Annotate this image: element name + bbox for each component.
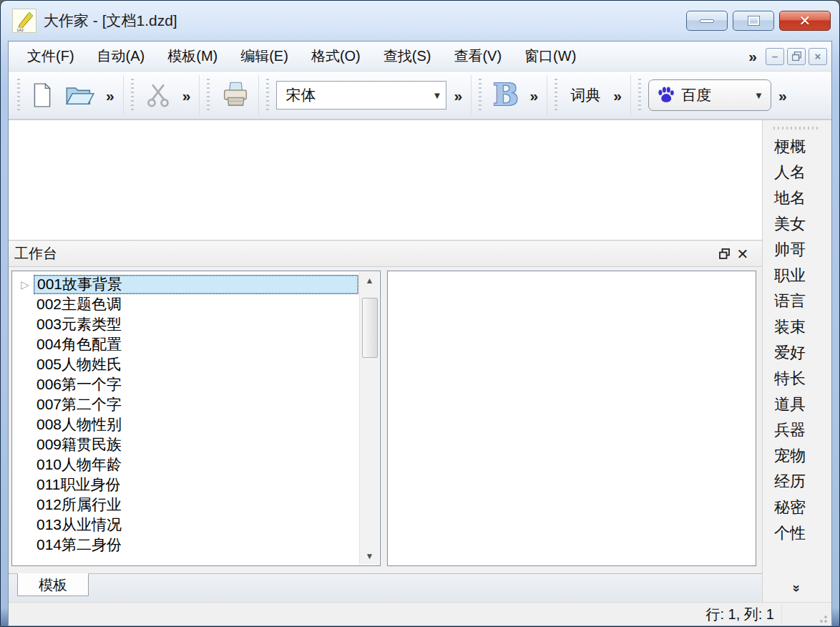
sidebar-item-experience[interactable]: 经历 <box>763 469 831 495</box>
font-select[interactable]: 宋体 ▼ <box>276 81 446 110</box>
sidebar-item-prop[interactable]: 道具 <box>763 392 831 417</box>
open-file-button[interactable] <box>60 81 99 110</box>
template-preview-panel[interactable] <box>387 271 756 566</box>
sidebar-item-person-name[interactable]: 人名 <box>763 160 831 185</box>
window-body: 文件(F) 自动(A) 模板(M) 编辑(E) 格式(O) 查找(S) 查看(V… <box>8 41 832 626</box>
mdi-close-button[interactable]: × <box>809 48 827 65</box>
tree-item[interactable]: 010人物年龄 <box>16 455 358 475</box>
toolbar-grip[interactable] <box>638 79 641 112</box>
menu-overflow-button[interactable]: » <box>744 49 761 64</box>
tree-item[interactable]: 008人物性别 <box>16 414 358 434</box>
bottom-tab-bar: 模板 <box>9 573 762 602</box>
sidebar-item-hobby[interactable]: 爱好 <box>763 340 831 366</box>
toolbar-grip[interactable] <box>479 79 482 112</box>
menu-item-template[interactable]: 模板(M) <box>156 42 229 70</box>
status-position: 行: 1, 列: 1 <box>698 605 781 624</box>
resize-grip[interactable] <box>814 610 830 626</box>
tree-item[interactable]: 011职业身份 <box>16 475 358 495</box>
menu-item-format[interactable]: 格式(O) <box>300 42 372 70</box>
print-icon <box>221 81 250 110</box>
sidebar-more-button[interactable]: » <box>789 585 805 593</box>
mdi-restore-button[interactable] <box>787 48 806 65</box>
restore-button[interactable] <box>733 11 774 31</box>
format-group-overflow-button[interactable]: » <box>526 88 543 103</box>
dictionary-button[interactable]: 词典 <box>565 81 606 110</box>
tree-item[interactable]: 006第一个字 <box>16 374 358 394</box>
new-document-icon <box>31 82 53 108</box>
bold-button[interactable]: B <box>489 79 523 112</box>
file-group-overflow-button[interactable]: » <box>102 88 119 103</box>
menu-item-auto[interactable]: 自动(A) <box>86 42 157 70</box>
toolbar-grip[interactable] <box>17 79 20 112</box>
sidebar-item-language[interactable]: 语言 <box>763 288 831 314</box>
chevron-down-icon: ▼ <box>754 90 763 101</box>
open-folder-icon <box>64 82 94 108</box>
sidebar-item-attire[interactable]: 装束 <box>763 314 831 340</box>
tree-item[interactable]: 003元素类型 <box>16 314 358 334</box>
tree-item[interactable]: 005人物姓氏 <box>16 354 358 374</box>
titlebar: LAJ 大作家 - [文档1.dzd] ✕ <box>1 1 839 41</box>
right-sidebar: 梗概 人名 地名 美女 帅哥 职业 语言 装束 爱好 特长 道具 兵器 宠物 经… <box>762 120 831 602</box>
scroll-up-icon[interactable]: ▲ <box>360 272 379 289</box>
svg-text:LAJ: LAJ <box>17 28 24 32</box>
dictionary-group-overflow-button[interactable]: » <box>609 88 626 103</box>
bold-icon: B <box>493 80 519 110</box>
sidebar-item-weapon[interactable]: 兵器 <box>763 417 831 443</box>
toolbar-grip[interactable] <box>266 79 269 112</box>
scrollbar-thumb[interactable] <box>362 298 378 358</box>
tree-item[interactable]: 014第二身份 <box>16 535 358 555</box>
print-button[interactable] <box>217 79 254 111</box>
tree-item[interactable]: 004角色配置 <box>16 334 358 354</box>
edit-group-overflow-button[interactable]: » <box>178 88 195 103</box>
menu-item-window[interactable]: 窗口(W) <box>513 42 587 70</box>
minimize-button[interactable] <box>686 11 728 31</box>
window-title: 大作家 - [文档1.dzd] <box>44 11 686 31</box>
toolbar-grip[interactable] <box>207 79 210 112</box>
search-group-overflow-button[interactable]: » <box>774 88 791 103</box>
template-tree[interactable]: ▷ 001故事背景 002主题色调 003元素类型 004角色配置 005人物姓… <box>11 271 381 566</box>
expander-icon[interactable]: ▷ <box>16 279 34 290</box>
sidebar-item-pet[interactable]: 宠物 <box>763 443 831 469</box>
close-icon: ✕ <box>799 14 811 28</box>
search-engine-value: 百度 <box>681 85 711 105</box>
statusbar: 行: 1, 列: 1 <box>9 602 831 626</box>
document-editor[interactable] <box>9 120 762 240</box>
workbench-body: ▷ 001故事背景 002主题色调 003元素类型 004角色配置 005人物姓… <box>9 267 762 573</box>
sidebar-item-beauty[interactable]: 美女 <box>763 211 831 237</box>
sidebar-item-synopsis[interactable]: 梗概 <box>763 134 831 160</box>
tree-item[interactable]: 002主题色调 <box>16 294 358 314</box>
menu-item-file[interactable]: 文件(F) <box>16 42 86 70</box>
tree-scrollbar[interactable]: ▲ ▼ <box>359 272 379 565</box>
workbench-float-button[interactable] <box>715 246 733 263</box>
sidebar-item-place-name[interactable]: 地名 <box>763 185 831 211</box>
app-icon: LAJ <box>12 9 36 33</box>
sidebar-item-specialty[interactable]: 特长 <box>763 366 831 392</box>
search-engine-select[interactable]: 百度 ▼ <box>648 79 771 111</box>
sidebar-item-secret[interactable]: 秘密 <box>763 495 831 520</box>
tree-item[interactable]: 012所属行业 <box>16 495 358 515</box>
new-document-button[interactable] <box>27 81 57 110</box>
menu-item-view[interactable]: 查看(V) <box>442 42 513 70</box>
status-cell <box>781 605 814 623</box>
sidebar-item-handsome[interactable]: 帅哥 <box>763 237 831 263</box>
scroll-down-icon[interactable]: ▼ <box>360 548 379 565</box>
tab-template[interactable]: 模板 <box>17 573 89 596</box>
toolbar: » » <box>9 72 831 120</box>
tree-item-selected[interactable]: ▷ 001故事背景 <box>16 274 358 294</box>
sidebar-grip[interactable] <box>773 127 821 130</box>
workbench-close-button[interactable]: ✕ <box>733 246 752 263</box>
tree-item[interactable]: 013从业情况 <box>16 515 358 535</box>
close-button[interactable]: ✕ <box>779 11 831 31</box>
tree-item[interactable]: 009籍贯民族 <box>16 434 358 455</box>
font-group-overflow-button[interactable]: » <box>449 88 467 103</box>
workbench-title: 工作台 <box>14 244 715 263</box>
toolbar-grip[interactable] <box>555 79 557 112</box>
cut-button[interactable] <box>141 81 175 110</box>
mdi-minimize-button[interactable]: – <box>766 48 784 65</box>
menu-item-find[interactable]: 查找(S) <box>372 42 443 70</box>
tree-item[interactable]: 007第二个字 <box>16 394 358 414</box>
toolbar-grip[interactable] <box>131 79 134 112</box>
menu-item-edit[interactable]: 编辑(E) <box>229 42 300 70</box>
sidebar-item-occupation[interactable]: 职业 <box>763 263 831 288</box>
sidebar-item-personality[interactable]: 个性 <box>763 520 831 546</box>
